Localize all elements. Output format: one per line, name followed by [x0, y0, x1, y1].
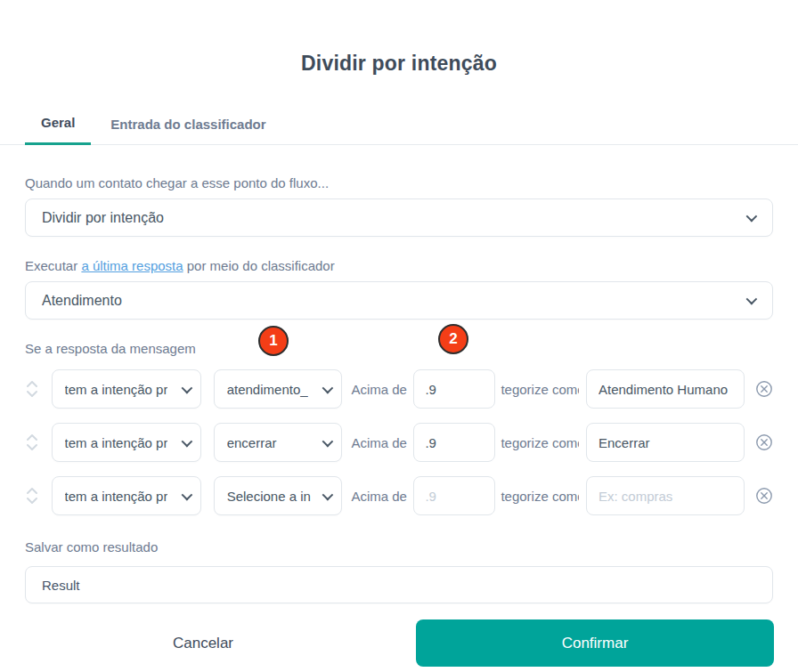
annotation-badge-2: 2 — [438, 324, 468, 354]
above-label: Acima de — [351, 489, 403, 504]
tab-geral[interactable]: Geral — [25, 115, 91, 145]
remove-circle-icon[interactable] — [755, 433, 773, 451]
condition-rows: tem a intenção pr atendimento_ Acima de … — [25, 369, 773, 515]
save-result-label: Salvar como resultado — [25, 538, 773, 556]
chevron-down-icon — [181, 382, 192, 393]
drag-handle-icon[interactable] — [25, 379, 39, 399]
condition-type-value: tem a intenção pr — [65, 489, 168, 504]
score-input[interactable] — [413, 476, 495, 515]
page-title: Dividir por intenção — [0, 0, 798, 76]
action-select[interactable]: Dividir por intenção — [25, 198, 773, 237]
category-input[interactable] — [586, 423, 745, 462]
execute-label: Executar a última resposta por meio do c… — [25, 257, 773, 275]
score-input[interactable] — [413, 369, 495, 409]
remove-circle-icon[interactable] — [755, 487, 773, 505]
intent-value: atendimento_ — [227, 382, 308, 397]
classifier-select[interactable]: Atendimento — [25, 281, 773, 320]
categorize-label: tegorize como: — [501, 435, 579, 450]
conditions-label: Se a resposta da mensagem — [25, 340, 773, 358]
split-by-intent-dialog: Dividir por intenção Geral Entrada do cl… — [0, 0, 798, 672]
condition-row: tem a intenção pr Selecione a in Acima d… — [25, 476, 773, 515]
confirm-button[interactable]: Confirmar — [416, 619, 774, 667]
category-input[interactable] — [586, 369, 745, 409]
tab-entrada-classificador[interactable]: Entrada do classificador — [110, 117, 265, 144]
categorize-label: tegorize como: — [501, 382, 579, 397]
condition-type-value: tem a intenção pr — [65, 382, 168, 397]
action-select-value: Dividir por intenção — [42, 210, 164, 226]
chevron-down-icon — [322, 489, 334, 500]
last-response-link[interactable]: a última resposta — [81, 258, 183, 273]
chevron-down-icon — [181, 489, 192, 500]
execute-prefix: Executar — [25, 258, 81, 273]
dialog-content: Quando um contato chegar a esse ponto do… — [0, 174, 798, 603]
category-input[interactable] — [586, 476, 745, 515]
condition-type-select[interactable]: tem a intenção pr — [52, 369, 201, 409]
condition-type-select[interactable]: tem a intenção pr — [52, 423, 201, 462]
intent-value: encerrar — [227, 435, 277, 450]
chevron-down-icon — [322, 435, 334, 447]
condition-type-select[interactable]: tem a intenção pr — [52, 476, 201, 515]
classifier-select-value: Atendimento — [42, 293, 122, 309]
above-label: Acima de — [351, 435, 403, 450]
dialog-footer: Cancelar Confirmar — [0, 619, 798, 667]
cancel-button[interactable]: Cancelar — [25, 635, 381, 652]
intent-select[interactable]: Selecione a in — [214, 476, 343, 515]
above-label: Acima de — [351, 382, 403, 397]
drag-handle-icon[interactable] — [25, 433, 39, 452]
when-label: Quando um contato chegar a esse ponto do… — [25, 174, 773, 192]
tab-bar: Geral Entrada do classificador — [0, 115, 798, 145]
condition-type-value: tem a intenção pr — [65, 435, 168, 450]
condition-row: tem a intenção pr encerrar Acima de tego… — [25, 423, 773, 462]
remove-circle-icon[interactable] — [755, 380, 773, 398]
execute-suffix: por meio do classificador — [183, 258, 335, 273]
drag-handle-icon[interactable] — [25, 486, 39, 506]
chevron-down-icon — [322, 382, 334, 393]
chevron-down-icon — [181, 435, 192, 447]
chevron-down-icon — [746, 294, 758, 305]
intent-select[interactable]: encerrar — [214, 423, 343, 462]
save-result-input[interactable] — [25, 566, 773, 603]
intent-value: Selecione a in — [227, 489, 311, 504]
score-input[interactable] — [413, 423, 495, 462]
condition-row: tem a intenção pr atendimento_ Acima de … — [25, 369, 773, 409]
intent-select[interactable]: atendimento_ — [214, 369, 343, 409]
annotation-badge-1: 1 — [258, 326, 289, 356]
chevron-down-icon — [746, 211, 758, 223]
categorize-label: tegorize como: — [501, 489, 579, 504]
